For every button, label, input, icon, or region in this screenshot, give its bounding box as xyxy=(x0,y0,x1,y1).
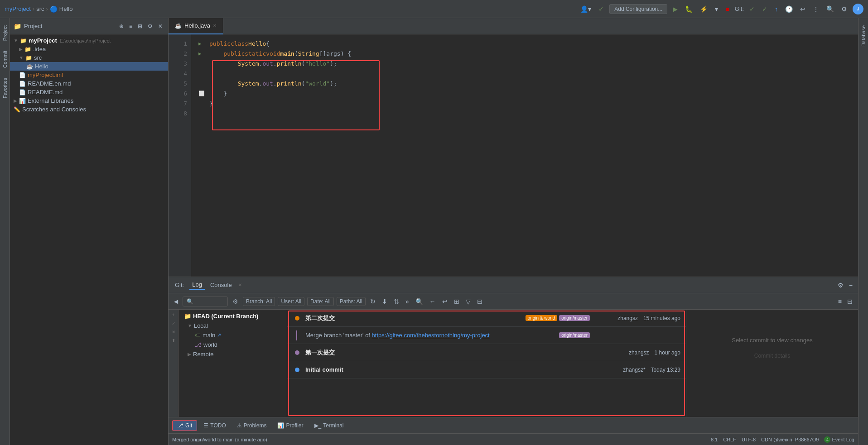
project-strip-label[interactable]: Project xyxy=(1,22,9,44)
commit-author-1: zhangsz xyxy=(617,315,638,321)
tab-hello-java[interactable]: ☕ Hello.java ✕ xyxy=(169,18,223,34)
branch-item-head[interactable]: 📁 HEAD (Current Branch) xyxy=(178,311,287,321)
git-panel-settings[interactable]: ⚙ xyxy=(836,281,845,290)
git-undo-button[interactable]: ↩ xyxy=(798,5,807,14)
branch-item-world[interactable]: ⎇ world xyxy=(178,340,287,349)
settings-button[interactable]: ⚙ xyxy=(839,5,849,14)
git-expand-btn[interactable]: ≡ xyxy=(836,297,844,306)
commit-graph-4 xyxy=(293,368,302,372)
main-push-arrow: ↗ xyxy=(217,332,221,338)
git-panel-minimize[interactable]: − xyxy=(847,281,854,290)
git-prev-btn[interactable]: ← xyxy=(428,297,438,306)
status-merged-msg[interactable]: Merged origin/world to main (a minute ag… xyxy=(172,437,267,442)
branch-item-main[interactable]: 🏷 main ↗ xyxy=(178,330,287,340)
git-sidebar-add[interactable]: + xyxy=(171,311,176,318)
git-collapse-btn[interactable]: ⊟ xyxy=(845,297,854,306)
editor-area[interactable]: 1 2 3 4 5 6 7 8 ▶ public class Hello { ▶ xyxy=(169,34,858,277)
git-sidebar-check[interactable]: ✓ xyxy=(171,320,176,327)
git-sidebar-fetch2[interactable]: ⬆ xyxy=(171,337,176,344)
favorites-strip-label[interactable]: Favorites xyxy=(1,74,9,102)
status-crlf[interactable]: CRLF xyxy=(723,437,736,442)
tab-close-hello[interactable]: ✕ xyxy=(213,23,217,28)
branch-item-local[interactable]: ▼ Local xyxy=(178,321,287,330)
tree-root[interactable]: ▼ 📁 myProject E:\code\java\myProject xyxy=(10,36,168,45)
project-settings-icon[interactable]: ⚙ xyxy=(146,22,154,30)
gitee-link[interactable]: https://gitee.com/thebestornothing/my-pr… xyxy=(372,332,490,339)
folder-icon-root: 📁 xyxy=(20,38,27,44)
tree-item-scratches[interactable]: ✏️ Scratches and Consoles xyxy=(10,105,168,114)
git-push-button[interactable]: ↑ xyxy=(773,5,780,14)
tab-console[interactable]: Console xyxy=(207,281,235,289)
git-history-button[interactable]: 🕐 xyxy=(783,5,795,14)
debug-button[interactable]: 🐛 xyxy=(683,5,694,14)
vcs-check-button[interactable]: ✓ xyxy=(597,5,606,14)
git-sort-btn[interactable]: ⇅ xyxy=(392,297,401,306)
paths-filter[interactable]: Paths: All xyxy=(337,297,366,306)
tree-item-hello[interactable]: ☕ Hello xyxy=(10,62,168,71)
status-position[interactable]: 8:1 xyxy=(711,437,718,442)
commit-row-1[interactable]: 第二次提交 origin & world origin/master zhang… xyxy=(287,310,686,327)
code-editor[interactable]: ▶ public class Hello { ▶ public static v… xyxy=(191,34,858,277)
file-crumb[interactable]: Hello xyxy=(59,5,73,12)
git-search-input[interactable] xyxy=(183,297,228,306)
branch-filter[interactable]: Branch: All xyxy=(243,297,275,306)
profile-button[interactable]: 👤▾ xyxy=(579,5,593,14)
tree-item-iml[interactable]: 📄 myProject.iml xyxy=(10,71,168,79)
status-charset[interactable]: UTF-8 xyxy=(742,437,756,442)
database-strip-label[interactable]: Database xyxy=(860,22,867,50)
src-crumb[interactable]: src xyxy=(36,5,44,12)
git-undo-btn2[interactable]: ↩ xyxy=(440,297,449,306)
tree-item-external-libs[interactable]: ▶ 📊 External Libraries xyxy=(10,96,168,105)
project-close-icon[interactable]: ✕ xyxy=(156,22,164,30)
project-locate-icon[interactable]: ⊕ xyxy=(117,22,125,30)
tree-item-src[interactable]: ▼ 📁 src xyxy=(10,53,168,62)
status-cdn[interactable]: CDN @weixin_P38667O9 xyxy=(761,437,819,442)
tab-log[interactable]: Log xyxy=(189,280,205,290)
project-filter-icon[interactable]: ⊞ xyxy=(136,22,144,30)
git-more-button[interactable]: ⋮ xyxy=(811,5,821,14)
status-event-log[interactable]: 4 Event Log xyxy=(824,436,854,443)
tool-tab-git[interactable]: ⎇ Git xyxy=(172,420,197,431)
date-filter[interactable]: Date: All xyxy=(307,297,334,306)
add-config-button[interactable]: Add Configuration... xyxy=(609,4,667,14)
git-collapse-branches[interactable]: ◀ xyxy=(172,297,180,306)
terminal-tab-label: Terminal xyxy=(323,422,343,429)
project-name[interactable]: myProject xyxy=(5,5,31,12)
commit-info-4: Initial commit xyxy=(305,366,586,373)
run-with-coverage-button[interactable]: ⚡ xyxy=(698,5,709,14)
tool-tab-todo[interactable]: ☰ TODO xyxy=(199,421,230,431)
tool-tab-terminal[interactable]: ▶_ Terminal xyxy=(310,421,348,431)
git-search-btn2[interactable]: 🔍 xyxy=(414,297,425,306)
commit-strip-label[interactable]: Commit xyxy=(1,47,9,72)
tool-tab-problems[interactable]: ⚠ Problems xyxy=(232,421,271,431)
user-filter[interactable]: User: All xyxy=(278,297,304,306)
branch-item-remote[interactable]: ▶ Remote xyxy=(178,349,287,359)
git-check2[interactable]: ✓ xyxy=(760,5,769,14)
project-collapse-icon[interactable]: ≡ xyxy=(127,22,134,30)
git-settings-toolbar[interactable]: ⚙ xyxy=(231,297,240,306)
git-fetch-btn[interactable]: ⬇ xyxy=(380,297,389,306)
console-tab-close[interactable]: ✕ xyxy=(238,282,242,287)
commit-graph-1 xyxy=(293,316,302,321)
search-everywhere-button[interactable]: 🔍 xyxy=(825,5,836,14)
commit-meta-4: zhangsz* Today 13:29 xyxy=(590,367,680,373)
commit-row-2[interactable]: Merge branch 'master' of https://gitee.c… xyxy=(287,327,686,344)
git-group[interactable]: ⊟ xyxy=(475,297,484,306)
run-button[interactable]: ▶ xyxy=(671,5,680,14)
world-label: world xyxy=(203,341,217,348)
commit-row-3[interactable]: 第一次提交 zhangsz 1 hour ago xyxy=(287,344,686,361)
stop-button[interactable]: ■ xyxy=(723,5,731,14)
commit-row-4[interactable]: Initial commit zhangsz* Today 13:29 xyxy=(287,361,686,378)
git-check1[interactable]: ✓ xyxy=(747,5,757,14)
tool-tab-profiler[interactable]: 📊 Profiler xyxy=(273,421,308,431)
more-run-button[interactable]: ▾ xyxy=(713,5,720,14)
tree-item-readme-en[interactable]: 📄 README.en.md xyxy=(10,79,168,88)
git-filter2[interactable]: ▽ xyxy=(464,297,473,306)
line-numbers: 1 2 3 4 5 6 7 8 xyxy=(169,34,191,277)
git-more-filters[interactable]: » xyxy=(404,297,411,306)
git-refresh-btn[interactable]: ↻ xyxy=(368,297,377,306)
tree-item-idea[interactable]: ▶ 📁 .idea xyxy=(10,45,168,53)
git-branch-view[interactable]: ⊞ xyxy=(452,297,461,306)
git-sidebar-delete[interactable]: ✕ xyxy=(171,329,176,335)
tree-item-readme[interactable]: 📄 README.md xyxy=(10,88,168,96)
